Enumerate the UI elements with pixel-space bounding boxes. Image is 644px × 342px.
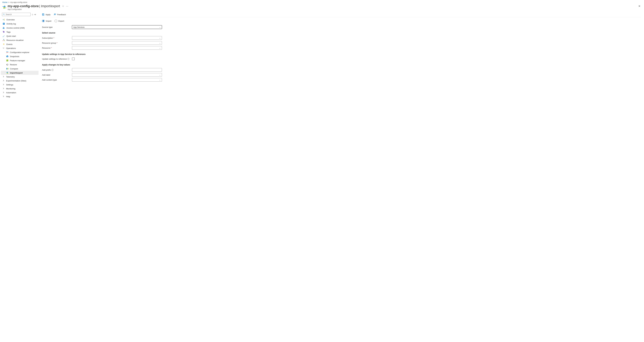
sidebar-item-restore[interactable]: Restore — [1, 63, 38, 67]
sidebar-item-snapshots[interactable]: Snapshots — [1, 54, 38, 59]
more-icon[interactable]: ⋯ — [66, 5, 68, 8]
svg-rect-6 — [3, 23, 4, 24]
overview-icon — [3, 19, 5, 21]
source-type-value: App Services — [73, 26, 84, 28]
events-icon — [3, 43, 5, 45]
chevron-down-icon: ⌄ — [159, 42, 160, 44]
page-subtitle: App Configuration — [8, 8, 637, 11]
apply-button[interactable]: Apply — [42, 13, 50, 16]
breadcrumb-home-link[interactable]: Home — [2, 1, 8, 3]
radio-label: Import — [46, 20, 51, 22]
svg-point-23 — [7, 56, 8, 57]
sidebar-item-compare[interactable]: Compare — [1, 67, 38, 71]
chevron-right-icon — [3, 92, 5, 94]
resource-label: Resource * — [42, 47, 72, 49]
add-label-select[interactable]: ⌄ — [72, 73, 162, 77]
sidebar-item-label: Experimentation (New) — [6, 80, 26, 82]
sidebar-search-box[interactable] — [2, 13, 30, 16]
svg-rect-20 — [7, 53, 8, 53]
sidebar-group-monitoring[interactable]: Monitoring — [1, 87, 38, 91]
import-export-icon — [6, 72, 8, 74]
radio-import[interactable]: Import — [42, 20, 51, 22]
svg-rect-30 — [42, 14, 44, 14]
svg-rect-25 — [7, 60, 8, 60]
sidebar-item-feature-manager[interactable]: Feature manager — [1, 59, 38, 63]
source-type-select[interactable]: App Services ⌄ — [72, 25, 162, 29]
info-icon[interactable]: i — [68, 58, 70, 60]
update-reference-checkbox[interactable] — [72, 58, 75, 60]
resource-group-select[interactable]: ⌄ — [72, 41, 162, 45]
sidebar-item-activity-log[interactable]: Activity log — [1, 22, 38, 26]
sidebar-item-label: Automation — [6, 92, 16, 94]
radio-export[interactable]: Export — [54, 20, 64, 22]
page-title-resource: my-app-config-store — [8, 4, 39, 8]
sidebar-item-label: Telemetry — [6, 76, 15, 78]
sidebar-search-input[interactable] — [6, 13, 30, 16]
sidebar-item-label: Feature manager — [10, 60, 25, 62]
resource-select[interactable]: ⌄ — [72, 46, 162, 50]
sidebar-item-quick-start[interactable]: Quick start — [1, 34, 38, 38]
chevron-down-icon: ⌄ — [159, 26, 160, 28]
snapshots-icon — [6, 55, 8, 58]
sidebar-item-import-export[interactable]: Import/export — [1, 71, 38, 75]
sidebar-group-automation[interactable]: Automation — [1, 91, 38, 95]
radio-icon — [42, 20, 45, 22]
favorite-star-icon[interactable]: ☆ — [62, 5, 64, 8]
svg-line-16 — [4, 39, 4, 41]
sidebar-item-access-control[interactable]: Access control (IAM) — [1, 26, 38, 30]
info-icon[interactable]: i — [52, 69, 54, 71]
sidebar-group-operations[interactable]: Operations — [1, 46, 38, 50]
feedback-icon — [54, 13, 56, 16]
chevron-right-icon — [3, 76, 5, 78]
svg-line-15 — [3, 39, 4, 41]
sidebar-item-overview[interactable]: Overview — [1, 18, 38, 22]
sidebar: ◇ ≪ Overview Activity log Access contr — [0, 12, 38, 99]
chevron-down-icon: ⌄ — [159, 74, 160, 76]
configuration-explorer-icon — [6, 51, 8, 54]
close-button[interactable]: ✕ — [637, 4, 642, 8]
sidebar-item-label: Snapshots — [10, 55, 19, 58]
search-icon — [3, 14, 5, 15]
chevron-down-icon: ⌄ — [159, 79, 160, 81]
page-header: my-app-config-store | Import/export ☆ ⋯ … — [0, 4, 644, 12]
sidebar-group-settings[interactable]: Settings — [1, 83, 38, 87]
add-content-type-label: Add content type — [42, 79, 72, 81]
main-content: Apply Feedback Import Export S — [38, 12, 644, 99]
sidebar-group-help[interactable]: Help — [1, 95, 38, 99]
source-type-label: Source type — [42, 26, 72, 28]
chevron-right-icon — [3, 80, 5, 82]
section-select-source: Select source — [42, 30, 641, 36]
svg-point-8 — [3, 27, 4, 28]
radio-label: Export — [58, 20, 64, 22]
sidebar-item-label: Events — [6, 43, 12, 45]
sidebar-item-configuration-explorer[interactable]: Configuration explorer — [1, 50, 38, 54]
tags-icon — [3, 31, 5, 33]
sidebar-collapse-icon[interactable]: ≪ — [34, 14, 36, 16]
chevron-right-icon — [3, 96, 5, 98]
access-control-icon — [3, 27, 5, 29]
apply-label: Apply — [46, 14, 50, 16]
sidebar-group-experimentation[interactable]: Experimentation (New) — [1, 79, 38, 83]
sidebar-item-tags[interactable]: Tags — [1, 30, 38, 34]
svg-rect-28 — [8, 68, 8, 69]
import-export-radio-group: Import Export — [42, 19, 641, 25]
feedback-button[interactable]: Feedback — [54, 13, 66, 16]
page-title-separator: | — [39, 4, 41, 8]
sidebar-item-resource-visualizer[interactable]: Resource visualizer — [1, 38, 38, 42]
breadcrumb: Home > my-app-config-store — [0, 0, 644, 4]
sidebar-group-telemetry[interactable]: Telemetry — [1, 75, 38, 79]
sidebar-item-events[interactable]: Events — [1, 42, 38, 46]
svg-rect-31 — [42, 15, 44, 15]
import-export-icon — [2, 5, 6, 10]
subscription-select[interactable]: ⌄ — [72, 36, 162, 40]
sidebar-expand-icon[interactable]: ◇ — [32, 14, 33, 16]
sidebar-item-label: Quick start — [6, 35, 16, 37]
add-prefix-input[interactable] — [72, 68, 162, 72]
svg-rect-27 — [6, 68, 7, 69]
subscription-label: Subscription * — [42, 37, 72, 39]
page-title-page: Import/export — [41, 4, 60, 8]
add-content-type-select[interactable]: ⌄ — [72, 78, 162, 82]
chevron-right-icon — [3, 84, 5, 86]
breadcrumb-current[interactable]: my-app-config-store — [10, 1, 27, 3]
svg-point-19 — [6, 52, 7, 53]
